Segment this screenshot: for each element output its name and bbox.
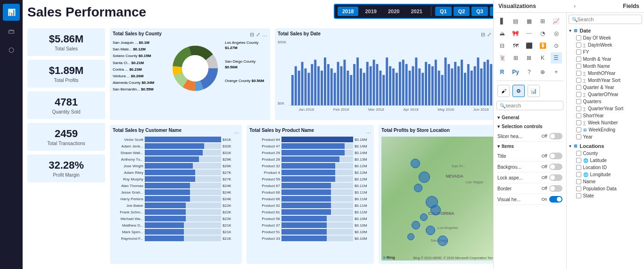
title-row[interactable]: Title Off <box>496 151 563 162</box>
checkbox-monthyear-sort[interactable] <box>576 78 581 83</box>
treemap-icon[interactable]: ⊟ <box>496 40 508 51</box>
selection-controls-section[interactable]: ▾ Selection controls <box>496 122 563 131</box>
checkbox-name[interactable] <box>576 179 581 184</box>
field-month-year[interactable]: Month & Year <box>569 56 642 63</box>
quarter-q2-btn[interactable]: Q2 <box>454 7 470 16</box>
map-icon[interactable]: 🗺 <box>510 40 521 51</box>
field-shortyear[interactable]: ShortYear <box>569 112 642 119</box>
py-icon[interactable]: Py <box>510 66 521 78</box>
custom-icon[interactable]: + <box>551 66 562 78</box>
kpi-icon[interactable]: K <box>537 52 548 64</box>
checkbox-monthofyear[interactable] <box>576 71 581 76</box>
field-monthofyear[interactable]: ∑ MonthOfYear <box>569 70 642 77</box>
field-quarters[interactable]: Quarters <box>569 98 642 105</box>
date-focus-icon[interactable]: ⤢ <box>487 32 491 38</box>
checkbox-state[interactable] <box>576 193 581 198</box>
background-row[interactable]: Backgrou... Off <box>496 162 563 172</box>
checkbox-quarters[interactable] <box>576 99 581 104</box>
scatter-icon[interactable]: ⋯ <box>523 28 535 39</box>
customer-more-icon[interactable]: … <box>234 129 239 134</box>
border-toggle[interactable] <box>549 185 562 192</box>
checkbox-year[interactable] <box>576 134 581 139</box>
date-filter-icon[interactable]: ⊟ <box>481 32 485 38</box>
checkbox-population-data[interactable] <box>576 186 581 191</box>
items-section[interactable]: ▾ Items <box>496 142 563 151</box>
field-quarter-year[interactable]: Quarter & Year <box>569 84 642 91</box>
table-viz-icon[interactable]: ⊞ <box>510 52 521 64</box>
field-quarteryear-sort[interactable]: ∑ QuarterYear Sort <box>569 105 642 112</box>
quarter-q3-btn[interactable]: Q3 <box>471 7 488 16</box>
ribbon-chart-icon[interactable]: 🎀 <box>510 28 521 39</box>
general-section[interactable]: ▾ General <box>496 113 563 122</box>
year-2018-btn[interactable]: 2018 <box>338 7 358 16</box>
field-fy[interactable]: FY <box>569 49 642 56</box>
card-icon[interactable]: 🃏 <box>496 52 508 64</box>
bar-chart-icon[interactable]: ▋ <box>496 16 508 27</box>
checkbox-weekending[interactable] <box>576 127 581 132</box>
slicer-icon active[interactable]: ☰ <box>551 52 562 64</box>
decomp-icon[interactable]: ⊕ <box>537 66 548 78</box>
checkbox-quarteryear-sort[interactable] <box>576 106 581 111</box>
checkbox-week-number[interactable] <box>576 120 581 125</box>
format-options-icon[interactable]: ⚙ <box>512 85 525 97</box>
cluster-bar-icon[interactable]: ⊞ <box>537 16 548 27</box>
slicer-header-row[interactable]: Slicer hea... Off <box>496 131 563 142</box>
100pct-bar-icon[interactable]: ▦ <box>523 16 535 27</box>
field-latitude[interactable]: 🌐 Latitude <box>569 157 642 164</box>
visual-header-row[interactable]: Visual he... On <box>496 194 563 205</box>
format-search-input[interactable] <box>505 103 560 108</box>
checkbox-month-year[interactable] <box>576 57 581 62</box>
format-search-box[interactable]: 🔍 <box>496 101 563 110</box>
field-population-data[interactable]: Population Data <box>569 185 642 192</box>
format-paint-icon[interactable]: 🖌 <box>497 85 510 97</box>
area-chart-icon[interactable]: ⛰ <box>496 28 508 39</box>
checkbox-shortyear[interactable] <box>576 113 581 118</box>
sidebar-report-icon[interactable]: 📊 <box>3 4 20 21</box>
field-monthyear-sort[interactable]: ∑ MonthYear Sort <box>569 77 642 84</box>
expand-icon[interactable]: › <box>574 3 576 9</box>
date-group-header[interactable]: ▼ ⊞ Date <box>569 27 642 34</box>
year-2019-btn[interactable]: 2019 <box>360 7 381 16</box>
field-quarterofyear[interactable]: ∑ QuarterOfYear <box>569 91 642 98</box>
title-toggle[interactable] <box>549 153 562 159</box>
donut-chart-icon[interactable]: ◎ <box>551 28 562 39</box>
quarter-q1-btn[interactable]: Q1 <box>435 7 452 16</box>
filled-map-icon[interactable]: ⬛ <box>523 40 535 51</box>
year-2021-btn[interactable]: 2021 <box>406 7 427 16</box>
field-dayinweek[interactable]: ∑ DayInWeek <box>569 41 642 49</box>
field-year[interactable]: Year <box>569 133 642 140</box>
slicer-header-toggle[interactable] <box>549 133 562 139</box>
checkbox-month-name[interactable] <box>576 64 581 69</box>
locations-group-header[interactable]: ▼ ⊞ Locations <box>569 142 642 150</box>
quarter-q4-btn[interactable]: Q4 <box>490 7 493 16</box>
checkbox-fy[interactable] <box>576 49 581 55</box>
checkbox-county[interactable] <box>576 151 581 156</box>
visual-header-toggle[interactable] <box>549 196 562 203</box>
focus-icon[interactable]: ⤢ <box>256 32 260 38</box>
checkbox-location-id[interactable] <box>576 165 581 170</box>
checkbox-quarter-year[interactable] <box>576 85 581 90</box>
qa-icon[interactable]: ? <box>523 66 535 78</box>
funnel-icon[interactable]: ⏬ <box>537 40 548 51</box>
product-more-icon[interactable]: … <box>366 129 371 134</box>
sidebar-data-icon[interactable]: 🗃 <box>3 23 20 40</box>
gauge-icon[interactable]: ⊙ <box>551 40 562 51</box>
field-name[interactable]: Name <box>569 178 642 185</box>
line-chart-icon[interactable]: 📈 <box>551 16 562 27</box>
field-day-of-week[interactable]: Day Of Week <box>569 34 642 41</box>
fields-search-input[interactable] <box>578 16 639 22</box>
field-month-name[interactable]: Month Name <box>569 63 642 70</box>
pie-chart-icon[interactable]: ◔ <box>537 28 548 39</box>
stacked-bar-icon[interactable]: ▤ <box>510 16 521 27</box>
border-row[interactable]: Border Off <box>496 183 563 194</box>
r-icon[interactable]: R <box>496 66 508 78</box>
fields-search-box[interactable]: 🔍 <box>569 15 642 24</box>
lock-aspect-toggle[interactable] <box>549 174 562 181</box>
more-icon[interactable]: … <box>262 32 267 38</box>
checkbox-dayinweek[interactable] <box>576 42 581 48</box>
format-analytics-icon[interactable]: 📊 <box>528 85 540 97</box>
field-weekending[interactable]: ⊞ WeekEnding <box>569 126 642 133</box>
field-longitude[interactable]: 🌐 Longitude <box>569 171 642 178</box>
checkbox-day-of-week[interactable] <box>576 35 581 41</box>
field-county[interactable]: County <box>569 150 642 157</box>
